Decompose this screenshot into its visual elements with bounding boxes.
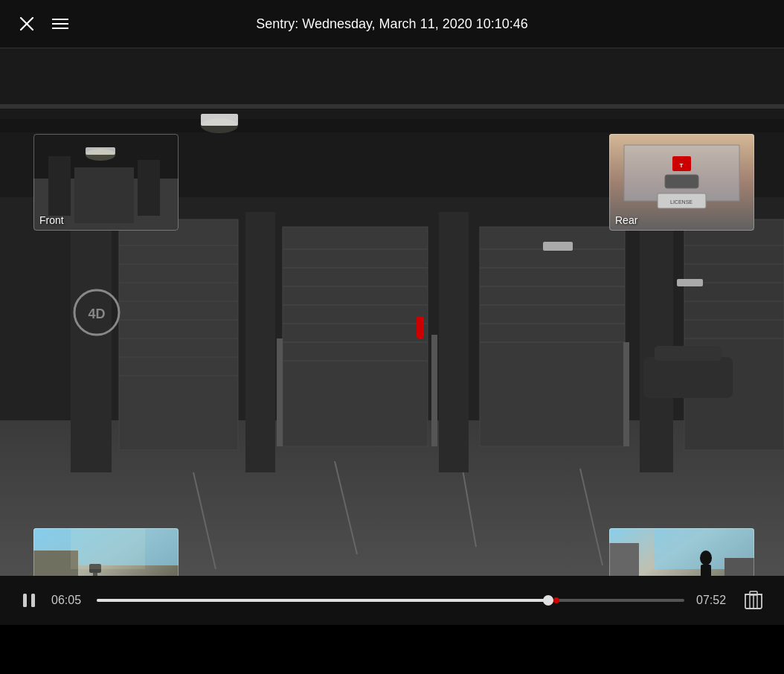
svg-rect-66 [48, 156, 71, 216]
svg-rect-18 [283, 227, 428, 446]
progress-fill [97, 599, 549, 602]
svg-rect-19 [480, 227, 625, 446]
rear-camera-overlay[interactable]: T LICENSE Rear [609, 134, 754, 231]
close-button[interactable] [15, 12, 39, 36]
progress-bar[interactable] [97, 599, 684, 602]
svg-point-70 [86, 149, 115, 161]
svg-rect-17 [119, 219, 238, 450]
svg-rect-7 [0, 119, 784, 132]
svg-rect-98 [23, 594, 27, 607]
svg-text:T: T [680, 162, 684, 169]
svg-rect-85 [71, 528, 145, 569]
svg-rect-67 [138, 160, 160, 216]
progress-dot [553, 597, 559, 603]
svg-rect-52 [623, 342, 629, 446]
header-title: Sentry: Wednesday, March 11, 2020 10:10:… [256, 16, 528, 32]
front-camera-overlay[interactable]: Front [33, 134, 179, 231]
rear-camera-label: Rear [615, 214, 637, 226]
svg-rect-16 [640, 212, 673, 472]
time-total: 07:52 [696, 594, 730, 607]
svg-rect-50 [277, 338, 283, 446]
playback-controls: 06:05 07:52 [0, 576, 784, 625]
svg-rect-14 [245, 212, 275, 472]
video-container: 4D [0, 48, 784, 625]
svg-rect-68 [74, 167, 134, 223]
svg-rect-61 [417, 316, 424, 338]
pause-button[interactable] [19, 590, 39, 611]
svg-rect-74 [665, 175, 698, 188]
svg-text:LICENSE: LICENSE [670, 199, 693, 205]
delete-button[interactable] [742, 588, 765, 612]
svg-point-54 [201, 118, 238, 133]
svg-point-88 [700, 551, 712, 565]
svg-rect-99 [31, 594, 35, 607]
menu-button[interactable] [48, 12, 72, 36]
svg-rect-55 [543, 242, 573, 251]
svg-rect-51 [431, 335, 437, 446]
svg-rect-62 [0, 104, 784, 109]
progress-handle[interactable] [543, 595, 553, 606]
svg-text:4D: 4D [88, 306, 105, 321]
svg-rect-20 [684, 219, 784, 450]
svg-rect-15 [439, 212, 469, 472]
time-current: 06:05 [51, 594, 85, 607]
svg-rect-60 [655, 346, 722, 361]
front-camera-label: Front [39, 214, 64, 226]
header: Sentry: Wednesday, March 11, 2020 10:10:… [0, 0, 784, 48]
svg-rect-56 [677, 279, 703, 286]
svg-rect-105 [750, 591, 757, 595]
svg-rect-59 [643, 357, 733, 398]
